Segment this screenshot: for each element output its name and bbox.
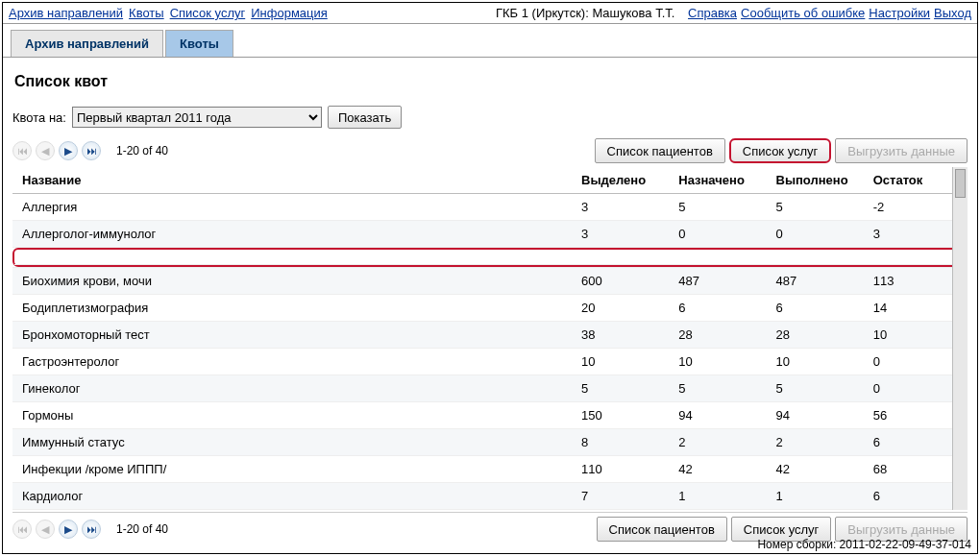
cell[interactable]: Ангиохирург (14, 250, 572, 265)
cell: 10 (669, 349, 766, 375)
cell: 8 (572, 429, 669, 456)
first-page-icon[interactable]: ⏮ (12, 141, 32, 160)
page-title: Список квот (14, 73, 968, 90)
first-page-icon[interactable]: ⏮ (12, 520, 32, 539)
cell: Бодиплетизмография (12, 295, 572, 322)
col-allocated[interactable]: Выделено (572, 167, 669, 194)
tab[interactable]: Архив направлений (11, 30, 163, 57)
cell: 68 (864, 456, 961, 483)
cell: 5 (767, 375, 864, 402)
cell: 0 (864, 349, 961, 375)
table-row[interactable]: Гормоны150949456 (12, 402, 961, 429)
cell[interactable]: 1 (765, 250, 862, 265)
patients-button[interactable]: Список пациентов (597, 517, 727, 542)
next-page-icon[interactable]: ▶ (59, 520, 78, 539)
cell: 487 (669, 268, 766, 295)
cell: 20 (572, 295, 669, 322)
top-link[interactable]: Выход (934, 6, 971, 20)
cell: Аллерголог-иммунолог (12, 221, 572, 248)
col-assigned[interactable]: Назначено (669, 167, 766, 194)
scrollbar-thumb[interactable] (955, 169, 966, 198)
last-page-icon[interactable]: ⏭ (82, 520, 101, 539)
cell: 14 (864, 295, 961, 322)
cell: Иммунный статус (12, 429, 572, 456)
cell: 5 (669, 194, 766, 221)
cell: Гормоны (12, 402, 572, 429)
cell: 10 (767, 349, 864, 375)
col-name[interactable]: Название (12, 167, 572, 194)
cell: 1 (669, 483, 766, 510)
cell: 56 (864, 402, 961, 429)
show-button[interactable]: Показать (328, 106, 402, 129)
cell: 28 (767, 322, 864, 349)
table-row[interactable]: Иммунный статус8226 (12, 429, 961, 456)
cell: 7 (572, 483, 669, 510)
cell: 3 (572, 194, 669, 221)
top-bar: Архив направленийКвотыСписок услугИнформ… (3, 3, 977, 24)
last-page-icon[interactable]: ⏭ (82, 141, 101, 160)
cell: 487 (767, 268, 864, 295)
tab-strip: Архив направленийКвоты (3, 24, 977, 58)
table-row[interactable]: Аллерголог-иммунолог3003 (12, 221, 961, 248)
prev-page-icon[interactable]: ◀ (36, 520, 55, 539)
cell: Бронхомоторный тест (12, 322, 572, 349)
table-row[interactable]: Бодиплетизмография206614 (12, 295, 961, 322)
cell: 0 (669, 221, 766, 248)
pager-bottom: ⏮ ◀ ▶ ⏭ 1-20 of 40 (12, 520, 168, 539)
top-link[interactable]: Настройки (869, 6, 930, 20)
cell: 10 (864, 322, 961, 349)
build-footer: Номер сборки: 2011-02-22-09-49-37-014 (757, 538, 971, 551)
table-row[interactable]: Бронхомоторный тест38282810 (12, 322, 961, 349)
cell: 5 (572, 375, 669, 402)
cell: 600 (572, 268, 669, 295)
period-select[interactable]: Первый квартал 2011 года (72, 107, 322, 128)
patients-button[interactable]: Список пациентов (595, 138, 725, 163)
top-link[interactable]: Информация (251, 6, 328, 20)
cell[interactable]: 1 (669, 250, 766, 265)
cell: 0 (767, 221, 864, 248)
top-link[interactable]: Справка (688, 6, 737, 20)
col-rest[interactable]: Остаток (864, 167, 961, 194)
table-row[interactable]: Инфекции /кроме ИППП/110424268 (12, 456, 961, 483)
next-page-icon[interactable]: ▶ (59, 141, 78, 160)
top-link[interactable]: Архив направлений (9, 6, 123, 20)
cell: 3 (864, 221, 961, 248)
cell[interactable]: 3 (572, 250, 669, 265)
cell: 10 (572, 349, 669, 375)
table-row[interactable]: Биохимия крови, мочи600487487113 (12, 268, 961, 295)
cell: 150 (572, 402, 669, 429)
services-button[interactable]: Список услуг (729, 138, 832, 163)
scrollbar[interactable] (952, 167, 968, 510)
prev-page-icon[interactable]: ◀ (36, 141, 55, 160)
top-link[interactable]: Сообщить об ошибке (741, 6, 865, 20)
cell: 2 (669, 429, 766, 456)
cell: 6 (864, 483, 961, 510)
context-label: ГКБ 1 (Иркутск): Машукова Т.Т. (496, 6, 674, 20)
cell: 28 (669, 322, 766, 349)
cell: 5 (669, 375, 766, 402)
top-link[interactable]: Квоты (129, 6, 164, 20)
cell: 42 (669, 456, 766, 483)
top-link[interactable]: Список услуг (170, 6, 246, 20)
table-row-selected[interactable]: Ангиохирург3112 (12, 248, 961, 268)
table-row[interactable]: Кардиолог7116 (12, 483, 961, 510)
table-row[interactable]: Аллергия355-2 (12, 194, 961, 221)
quota-table: Название Выделено Назначено Выполнено Ос… (12, 167, 961, 510)
cell: 6 (767, 295, 864, 322)
tab[interactable]: Квоты (165, 30, 233, 57)
cell: 3 (572, 221, 669, 248)
cell: 6 (864, 429, 961, 456)
col-done[interactable]: Выполнено (767, 167, 864, 194)
filter-row: Квота на: Первый квартал 2011 года Показ… (12, 106, 968, 129)
cell: 42 (767, 456, 864, 483)
filter-label: Квота на: (12, 110, 66, 125)
cell: 6 (669, 295, 766, 322)
cell: 110 (572, 456, 669, 483)
cell: 1 (767, 483, 864, 510)
cell: Кардиолог (12, 483, 572, 510)
table-row[interactable]: Гастроэнтеролог1010100 (12, 349, 961, 375)
table-row[interactable]: Гинеколог5550 (12, 375, 961, 402)
cell: 5 (767, 194, 864, 221)
cell[interactable]: 2 (862, 250, 959, 265)
cell: 94 (669, 402, 766, 429)
